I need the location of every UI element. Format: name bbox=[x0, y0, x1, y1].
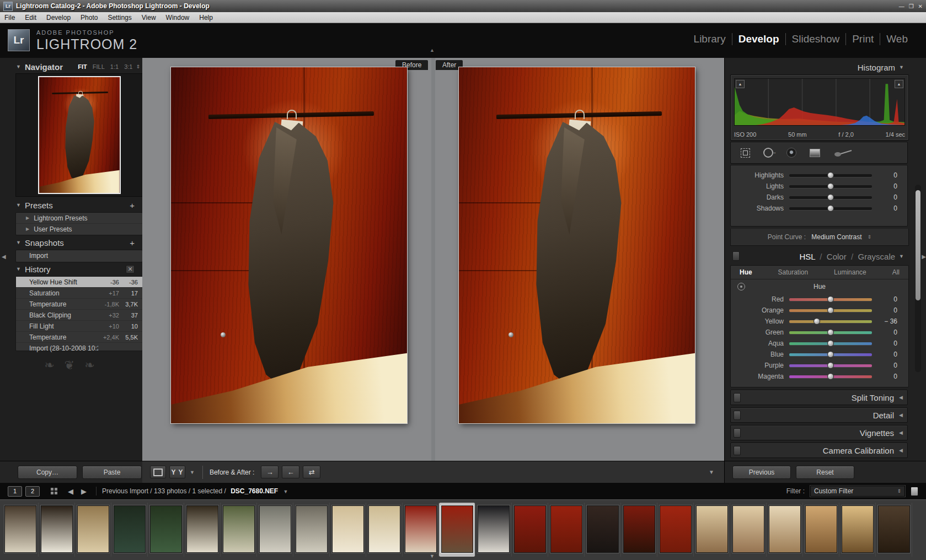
clear-history-button[interactable]: ✕ bbox=[126, 265, 135, 273]
slider-knob[interactable] bbox=[827, 194, 834, 201]
filmstrip-cell[interactable] bbox=[876, 503, 912, 557]
preset-folder-row[interactable]: ▶ User Presets bbox=[16, 224, 142, 234]
filmstrip-cell[interactable] bbox=[548, 503, 585, 557]
next-photo-arrow-icon[interactable]: ▶ bbox=[81, 487, 87, 496]
hsl-mode-option[interactable]: Grayscale bbox=[858, 252, 896, 261]
menu-item[interactable]: File bbox=[4, 14, 15, 21]
filmstrip-thumbnail[interactable] bbox=[878, 505, 910, 553]
filmstrip-thumbnail[interactable] bbox=[441, 505, 473, 553]
loupe-view-button[interactable] bbox=[150, 466, 166, 478]
hue-slider[interactable] bbox=[789, 373, 872, 380]
filmstrip-thumbnail[interactable] bbox=[514, 505, 546, 553]
zoom-option[interactable]: 3:1 bbox=[124, 63, 132, 70]
tone-slider[interactable] bbox=[789, 204, 872, 212]
filmstrip-cell[interactable] bbox=[111, 503, 148, 557]
zoom-stepper-icon[interactable]: ⇕ bbox=[136, 64, 140, 69]
hue-slider[interactable] bbox=[789, 351, 872, 358]
hsl-tab[interactable]: Saturation bbox=[776, 268, 811, 276]
filmstrip-cell[interactable] bbox=[621, 503, 657, 557]
filmstrip-thumbnail[interactable] bbox=[4, 505, 36, 553]
hue-slider[interactable] bbox=[789, 306, 872, 314]
menu-item[interactable]: Help bbox=[199, 14, 213, 21]
secondary-monitor-button[interactable]: 1 bbox=[8, 486, 22, 497]
slider-knob[interactable] bbox=[827, 183, 834, 190]
history-step-row[interactable]: Yellow Hue Shift -36 -36 bbox=[16, 277, 142, 288]
slider-knob[interactable] bbox=[827, 340, 834, 347]
hsl-panel-switch[interactable] bbox=[732, 251, 740, 261]
collapsed-panel-header[interactable]: Split Toning ◀ bbox=[730, 390, 908, 405]
filmstrip-cell[interactable] bbox=[184, 503, 221, 557]
hue-slider[interactable] bbox=[789, 295, 872, 303]
filmstrip-cell[interactable] bbox=[39, 503, 75, 557]
view-mode-dropdown-icon[interactable]: ▼ bbox=[190, 470, 195, 475]
paste-button[interactable]: Paste bbox=[82, 466, 142, 479]
filmstrip-thumbnail[interactable] bbox=[732, 505, 764, 553]
presets-header[interactable]: ▼ Presets + bbox=[12, 199, 140, 211]
zoom-option[interactable]: FILL bbox=[93, 63, 105, 70]
scrollbar-thumb[interactable] bbox=[916, 190, 920, 300]
before-after-view-button[interactable]: Y Y bbox=[169, 466, 185, 478]
collapse-right-panel-icon[interactable]: ▶ bbox=[922, 254, 926, 260]
hue-slider[interactable] bbox=[789, 362, 872, 369]
slider-knob[interactable] bbox=[827, 373, 834, 380]
panel-switch[interactable] bbox=[734, 428, 741, 438]
breadcrumb-caret-icon[interactable]: ▼ bbox=[283, 489, 288, 494]
filmstrip-cell[interactable] bbox=[221, 503, 257, 557]
filmstrip-cell[interactable] bbox=[366, 503, 403, 557]
shadow-clipping-indicator[interactable]: ▲ bbox=[736, 80, 745, 88]
grid-view-icon[interactable] bbox=[51, 488, 57, 494]
spot-removal-tool-icon[interactable] bbox=[763, 148, 773, 158]
filmstrip-thumbnail[interactable] bbox=[696, 505, 728, 553]
snapshot-row[interactable]: Import bbox=[16, 250, 142, 261]
filmstrip-thumbnail[interactable] bbox=[405, 505, 437, 553]
menu-item[interactable]: Settings bbox=[108, 14, 131, 21]
hsl-tab[interactable]: All bbox=[890, 268, 902, 276]
history-step-row[interactable]: Fill Light +10 10 bbox=[16, 321, 142, 332]
filmstrip-thumbnail[interactable] bbox=[41, 505, 73, 553]
slider-knob[interactable] bbox=[827, 351, 834, 358]
crop-tool-icon[interactable] bbox=[741, 148, 750, 158]
toolbar-options-caret-icon[interactable]: ▼ bbox=[709, 469, 714, 475]
adjustment-brush-tool-icon[interactable] bbox=[833, 148, 853, 157]
zoom-option[interactable]: 1:1 bbox=[110, 63, 119, 70]
menu-item[interactable]: Photo bbox=[81, 14, 98, 21]
slider-knob[interactable] bbox=[813, 318, 820, 325]
swap-before-after-button[interactable]: ⇄ bbox=[303, 466, 320, 478]
point-curve-stepper-icon[interactable]: ⇕ bbox=[868, 234, 872, 240]
filmstrip-cell[interactable] bbox=[730, 503, 767, 557]
tone-slider[interactable] bbox=[789, 171, 872, 179]
filmstrip-cell[interactable] bbox=[803, 503, 839, 557]
panel-switch[interactable] bbox=[734, 393, 741, 402]
after-photo[interactable] bbox=[459, 67, 695, 423]
red-eye-tool-icon[interactable] bbox=[786, 148, 796, 158]
filmstrip-cell[interactable] bbox=[439, 503, 475, 557]
zoom-option[interactable]: FIT bbox=[78, 63, 87, 70]
add-preset-button[interactable]: + bbox=[130, 201, 135, 210]
menu-item[interactable]: Window bbox=[166, 14, 190, 21]
filmstrip-thumbnail[interactable] bbox=[296, 505, 328, 553]
tone-slider[interactable] bbox=[789, 182, 872, 190]
hsl-mode-option[interactable]: Color bbox=[827, 252, 858, 261]
history-step-row[interactable]: Black Clipping +32 37 bbox=[16, 310, 142, 321]
before-photo[interactable] bbox=[171, 67, 407, 423]
menu-item[interactable]: Develop bbox=[46, 14, 71, 21]
collapse-top-arrow-icon[interactable]: ▲ bbox=[430, 47, 435, 53]
copy-before-to-after-button[interactable]: → bbox=[261, 466, 279, 478]
filmstrip-thumbnail[interactable] bbox=[587, 505, 619, 553]
filmstrip-thumbnail[interactable] bbox=[368, 505, 400, 553]
filmstrip-thumbnail[interactable] bbox=[842, 505, 874, 553]
window-control-button[interactable]: ❐ bbox=[909, 3, 914, 9]
graduated-filter-tool-icon[interactable] bbox=[810, 149, 820, 157]
filmstrip-thumbnail[interactable] bbox=[150, 505, 182, 553]
histogram-chart[interactable]: ▲ ▲ bbox=[734, 78, 905, 126]
filmstrip-thumbnail[interactable] bbox=[550, 505, 582, 553]
slider-knob[interactable] bbox=[827, 362, 834, 369]
filmstrip-thumbnail[interactable] bbox=[259, 505, 291, 553]
filmstrip-thumbnail[interactable] bbox=[623, 505, 655, 553]
slider-knob[interactable] bbox=[827, 307, 834, 314]
slider-track[interactable] bbox=[789, 320, 872, 323]
targeted-adjustment-icon[interactable] bbox=[737, 283, 745, 290]
menu-item[interactable]: Edit bbox=[25, 14, 36, 21]
filmstrip-cell[interactable] bbox=[75, 503, 111, 557]
window-control-button[interactable]: ✕ bbox=[918, 3, 923, 9]
